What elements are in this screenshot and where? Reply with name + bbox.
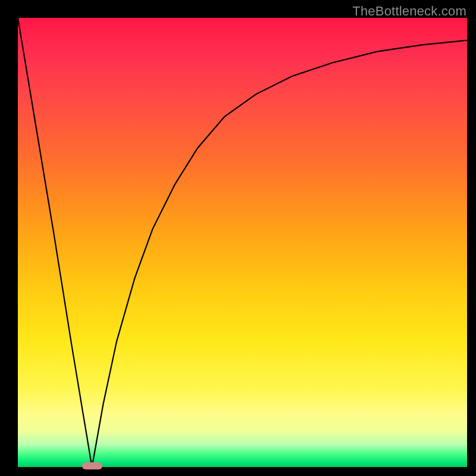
watermark-text: TheBottleneck.com (352, 4, 466, 19)
chart-curve-layer (18, 18, 467, 467)
curve-left-segment (18, 18, 92, 467)
curve-right-segment (92, 40, 467, 467)
bottleneck-marker (82, 462, 102, 469)
